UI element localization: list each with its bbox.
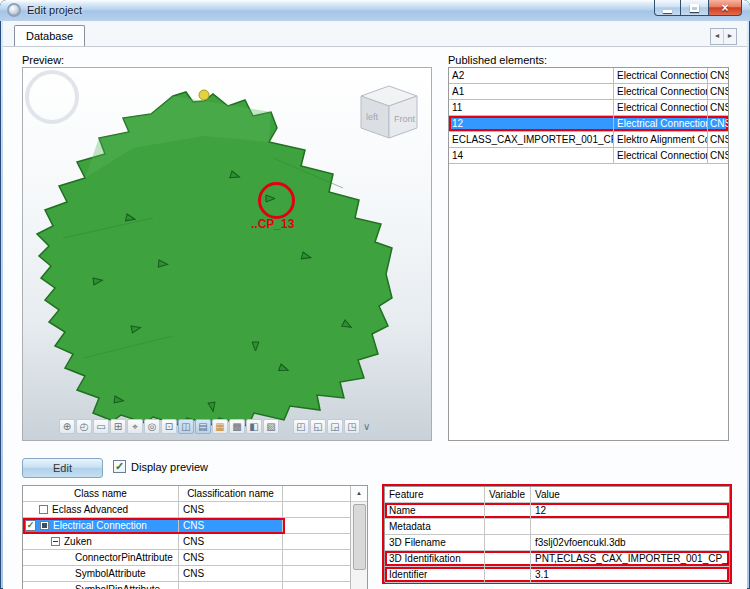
class-name: Eclass Advanced (52, 504, 128, 515)
display-preview-option: ✓ Display preview (113, 460, 208, 473)
value-cell: f3slj02vfoencukl.3db (531, 535, 729, 550)
class-row[interactable]: ConnectorPinAttribute CNS (23, 550, 351, 566)
element-system: CNS (708, 68, 728, 83)
tab-scroll-right-icon[interactable]: ► (724, 29, 736, 44)
tab-scroll-left-icon[interactable]: ◄ (711, 29, 724, 44)
hidden-line-icon[interactable]: ▩ (229, 419, 245, 434)
class-row-selected[interactable]: ✓Electrical Connection CNS (23, 518, 351, 534)
class-row[interactable]: SymbolAttribute CNS (23, 566, 351, 582)
front-view-icon[interactable]: ◱ (310, 419, 326, 434)
variable-cell (485, 567, 531, 582)
preview-viewport[interactable]: left Front ..CP_13 ⊕ ◴ ▭ ⊞ ⌖ ◎ ⊡ ◫ ▤ ▦ ▩ (22, 67, 432, 441)
titlebar[interactable]: Edit project × (0, 0, 750, 21)
display-preview-checkbox[interactable]: ✓ (113, 460, 126, 473)
feature-table-header: Feature Variable Value (385, 487, 729, 503)
shaded-mode-icon[interactable]: ▤ (195, 419, 211, 434)
half-section-icon[interactable]: ◧ (246, 419, 262, 434)
variable-cell (485, 551, 531, 566)
class-row[interactable]: Zuken CNS (23, 534, 351, 550)
class-table-scrollbar[interactable]: ▲ (350, 486, 367, 589)
expand-box-icon[interactable] (39, 505, 48, 514)
edit-project-window: Edit project × Database ◄ ► Preview: (0, 0, 750, 589)
tab-database[interactable]: Database (14, 25, 85, 46)
top-view-icon[interactable]: ◳ (344, 419, 360, 434)
feature-table-annotation: Feature Variable Value Name 12 Metadata (382, 484, 732, 584)
previous-view-icon[interactable]: ◎ (144, 419, 160, 434)
published-element-row[interactable]: 14 Electrical Connection CNS (449, 148, 728, 164)
close-icon: × (721, 2, 728, 14)
iso-view-icon[interactable]: ◰ (293, 419, 309, 434)
published-element-row[interactable]: ECLASS_CAX_IMPORTER_001_CP_0 Elektro Ali… (449, 132, 728, 148)
rotate-view-icon[interactable]: ◴ (76, 419, 92, 434)
class-row[interactable]: Eclass Advanced CNS (23, 502, 351, 518)
class-name: SymbolAttribute (75, 568, 146, 579)
minimize-button[interactable] (654, 0, 681, 16)
state-box-icon[interactable] (40, 521, 49, 530)
check-icon: ✓ (27, 521, 35, 530)
classification-name: CNS (179, 518, 283, 533)
element-type: Electrical Connection (614, 100, 708, 115)
element-system: CNS (708, 84, 728, 99)
variable-header: Variable (485, 487, 531, 502)
variable-cell (485, 535, 531, 550)
side-view-icon[interactable]: ◲ (327, 419, 343, 434)
feature-table: Feature Variable Value Name 12 Metadata (384, 486, 730, 582)
classification-name: CNS (179, 534, 283, 549)
tab-scroll-control: ◄ ► (710, 28, 737, 45)
feature-row-name[interactable]: Name 12 (385, 503, 729, 519)
orbit-icon[interactable]: ⊕ (59, 419, 75, 434)
feature-row-identifier[interactable]: Identifier 3.1 (385, 567, 729, 583)
split-view-icon[interactable]: ◫ (178, 419, 194, 434)
minimize-icon (663, 10, 672, 13)
class-name: Zuken (64, 536, 92, 547)
element-system: CNS (708, 116, 728, 131)
pan-icon[interactable]: ▭ (93, 419, 109, 434)
texture-mode-icon[interactable]: ▧ (263, 419, 279, 434)
maximize-button[interactable] (681, 0, 708, 16)
element-name: A1 (449, 84, 614, 99)
class-name: ConnectorPinAttribute (75, 552, 173, 563)
element-name: A2 (449, 68, 614, 83)
element-type: Electrical Connection (614, 68, 708, 83)
value-cell: PNT,ECLASS_CAX_IMPORTER_001_CP_13 (531, 551, 729, 566)
view-cube[interactable]: left Front (351, 82, 427, 148)
feature-row-metadata[interactable]: Metadata (385, 519, 729, 535)
database-tab-content: Preview: (3, 46, 747, 589)
element-name: ECLASS_CAX_IMPORTER_001_CP_0 (449, 132, 614, 147)
class-name-header: Class name (23, 486, 179, 501)
class-checkbox[interactable]: ✓ (25, 520, 36, 531)
element-name: 14 (449, 148, 614, 163)
class-row[interactable]: SymbolPinAttribute (23, 582, 351, 589)
close-button[interactable]: × (708, 0, 742, 16)
published-element-row[interactable]: A2 Electrical Connection CNS (449, 68, 728, 84)
element-type: Electrical Connection (614, 148, 708, 163)
element-system: CNS (708, 132, 728, 147)
published-element-row[interactable]: 11 Electrical Connection CNS (449, 100, 728, 116)
maximize-icon (690, 4, 699, 12)
window-controls: × (654, 0, 742, 16)
feature-row-3d-filename[interactable]: 3D Filename f3slj02vfoencukl.3db (385, 535, 729, 551)
more-views-icon[interactable]: ∨ (361, 421, 372, 432)
feature-cell: Metadata (385, 519, 485, 534)
element-type: Elektro Alignment Coordsys (614, 132, 708, 147)
feature-row-3d-identifikation[interactable]: 3D Identifikation PNT,ECLASS_CAX_IMPORTE… (385, 551, 729, 567)
edit-button[interactable]: Edit (22, 458, 103, 478)
wireframe-mode-icon[interactable]: ▦ (212, 419, 228, 434)
classification-name: CNS (179, 550, 283, 565)
collapse-box-icon[interactable] (51, 537, 60, 546)
published-element-row[interactable]: A1 Electrical Connection CNS (449, 84, 728, 100)
value-header: Value (531, 487, 729, 502)
element-name: 12 (449, 116, 614, 131)
scrollbar-thumb[interactable] (353, 504, 366, 570)
view-cube-left-label: left (366, 112, 379, 122)
value-cell: 3.1 (531, 567, 729, 582)
element-type: Electrical Connection (614, 116, 708, 131)
clipping-icon[interactable]: ⊡ (161, 419, 177, 434)
view-cube-front-label: Front (394, 114, 416, 124)
feature-cell: 3D Filename (385, 535, 485, 550)
published-element-row-selected[interactable]: 12 Electrical Connection CNS (449, 116, 728, 132)
value-cell (531, 519, 729, 534)
scroll-up-icon[interactable]: ▲ (351, 486, 367, 502)
zoom-window-icon[interactable]: ⊞ (110, 419, 126, 434)
zoom-fit-icon[interactable]: ⌖ (127, 419, 143, 434)
